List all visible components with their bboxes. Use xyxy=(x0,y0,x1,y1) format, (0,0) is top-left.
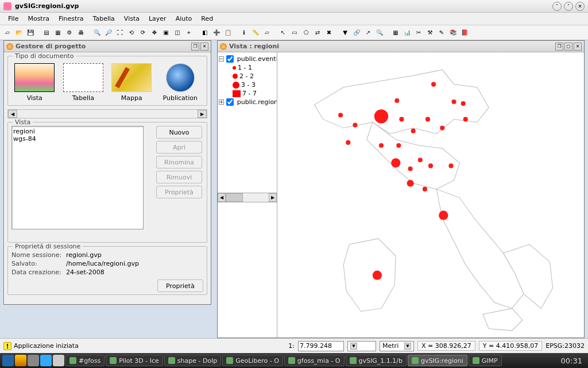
layer-props-icon[interactable]: 📋 xyxy=(223,28,233,38)
menu-mostra[interactable]: Mostra xyxy=(23,14,54,24)
raster-icon[interactable]: ▦ xyxy=(390,28,401,38)
chart-icon[interactable]: 📊 xyxy=(402,28,412,38)
localizer-icon[interactable]: ⌖ xyxy=(184,28,194,38)
taskbar-task[interactable]: #gfoss xyxy=(65,355,105,366)
scroll-thumb[interactable] xyxy=(226,193,243,202)
clear-sel-icon[interactable]: ✖ xyxy=(324,28,334,38)
view-titlebar[interactable]: Vista : regioni ❐ ◻ ✕ xyxy=(218,41,584,52)
session-proprieta-button[interactable]: Proprietà xyxy=(157,279,203,292)
settings-icon[interactable]: ✂ xyxy=(413,28,424,38)
table-icon[interactable]: ▦ xyxy=(53,28,63,38)
pan-icon[interactable]: ✥ xyxy=(149,28,160,38)
battery-icon[interactable] xyxy=(15,355,26,366)
doctype-tabella[interactable]: Tabella xyxy=(61,63,106,102)
proprieta-button[interactable]: Proprietà xyxy=(156,186,202,198)
theme-icon[interactable]: ◧ xyxy=(200,28,210,38)
open-icon[interactable]: 📂 xyxy=(14,28,24,38)
scroll-left-icon[interactable]: ◀ xyxy=(218,193,226,202)
measure-dist-icon[interactable]: 📏 xyxy=(250,28,261,38)
toc-scrollbar[interactable]: ◀ ▶ xyxy=(218,193,277,202)
kde-menu-icon[interactable] xyxy=(40,355,52,366)
expand-icon[interactable]: + xyxy=(219,99,224,105)
layer-regioni-checkbox[interactable] xyxy=(226,98,234,106)
scroll-left-icon[interactable]: ◀ xyxy=(8,110,17,118)
nuovo-button[interactable]: Nuovo xyxy=(156,126,202,139)
system-icon[interactable] xyxy=(28,355,39,366)
doctype-publication[interactable]: Publication xyxy=(158,63,203,102)
scroll-track[interactable] xyxy=(226,193,269,202)
rimuovi-button[interactable]: Rimuovi xyxy=(156,171,202,183)
hyperlink-icon[interactable]: ↗ xyxy=(363,28,373,38)
doctype-vista[interactable]: Vista xyxy=(13,63,57,102)
layer-regioni[interactable]: + public.regioni xyxy=(219,98,276,106)
select-rect-icon[interactable]: ▭ xyxy=(289,28,300,38)
view-max-button[interactable]: ❐ xyxy=(555,43,563,51)
map-canvas[interactable] xyxy=(277,52,584,338)
layer-eventi-checkbox[interactable] xyxy=(226,55,234,63)
layer-eventi[interactable]: − public.eventi xyxy=(219,55,276,63)
zoom-extent-icon[interactable]: ⛶ xyxy=(115,28,125,38)
zoom-out-icon[interactable]: 🔎 xyxy=(103,28,114,38)
link-icon[interactable]: 🔗 xyxy=(351,28,362,38)
invert-sel-icon[interactable]: ⇄ xyxy=(312,28,323,38)
menu-layer[interactable]: Layer xyxy=(144,14,171,24)
pm-close-button[interactable]: ✕ xyxy=(200,43,208,51)
list-item[interactable]: wgs-84 xyxy=(13,135,142,143)
measure-area-icon[interactable]: ▱ xyxy=(262,28,272,38)
desktop-icon[interactable] xyxy=(2,355,14,366)
pm-restore-button[interactable]: ❐ xyxy=(191,43,199,51)
units-combo[interactable]: Metri▼ xyxy=(380,341,414,351)
new-project-icon[interactable]: ▱ xyxy=(2,28,13,38)
print-icon[interactable]: 🖶 xyxy=(76,28,86,38)
taskbar-task[interactable]: shape - Dolp xyxy=(164,355,221,366)
save-icon[interactable]: 💾 xyxy=(25,28,36,38)
taskbar-task[interactable]: Pilot 3D - Ice xyxy=(106,355,163,366)
zoom-in-icon[interactable]: 🔍 xyxy=(92,28,102,38)
find-icon[interactable]: 🔍 xyxy=(374,28,385,38)
clock[interactable]: 00:31 xyxy=(561,356,586,365)
menu-finestra[interactable]: Finestra xyxy=(54,14,88,24)
geoprocess-icon[interactable]: ⚒ xyxy=(425,28,435,38)
catalog-icon[interactable]: 📚 xyxy=(448,28,458,38)
edit-icon[interactable]: ✎ xyxy=(436,28,447,38)
minimize-button[interactable]: ˅ xyxy=(552,2,562,11)
project-icon[interactable]: ▤ xyxy=(41,28,52,38)
doctype-mappa[interactable]: Mappa xyxy=(110,63,154,102)
zoom-layer-icon[interactable]: ▣ xyxy=(161,28,171,38)
taskbar-task[interactable]: gfoss_mia - O xyxy=(284,355,345,366)
apri-button[interactable]: Apri xyxy=(156,141,202,154)
filter-icon[interactable]: ▼ xyxy=(340,28,350,38)
view-restore-button[interactable]: ◻ xyxy=(564,43,572,51)
vista-listbox[interactable]: regioni wgs-84 xyxy=(11,126,144,229)
select-point-icon[interactable]: ↖ xyxy=(278,28,288,38)
menu-vista[interactable]: Vista xyxy=(119,14,144,24)
tools-icon[interactable]: ⚙ xyxy=(64,28,75,38)
window-list-icon[interactable] xyxy=(53,355,64,366)
rinomina-button[interactable]: Rinomina xyxy=(156,156,202,168)
menu-aiuto[interactable]: Aiuto xyxy=(171,14,197,24)
menu-red[interactable]: Red xyxy=(196,14,218,24)
list-item[interactable]: regioni xyxy=(13,128,142,135)
menu-tabella[interactable]: Tabella xyxy=(88,14,119,24)
info-icon[interactable]: ℹ xyxy=(239,28,249,38)
pm-titlebar[interactable]: Gestore di progetto ❐ ✕ xyxy=(4,41,211,52)
taskbar-task[interactable]: GeoLibero - O xyxy=(222,355,283,366)
taskbar-task[interactable]: gvSIG_1.1.1/b xyxy=(346,355,407,366)
close-button[interactable]: ✕ xyxy=(575,2,585,11)
view-close-button[interactable]: ✕ xyxy=(574,43,582,51)
taskbar-task[interactable]: GIMP xyxy=(469,355,502,366)
collapse-icon[interactable]: − xyxy=(219,56,224,62)
add-layer-icon[interactable]: ➕ xyxy=(211,28,222,38)
scroll-right-icon[interactable]: ▶ xyxy=(198,110,207,118)
maximize-button[interactable]: ˄ xyxy=(564,2,573,11)
select-poly-icon[interactable]: ⬠ xyxy=(301,28,311,38)
zoom-next-icon[interactable]: ⟳ xyxy=(138,28,148,38)
taskbar-task[interactable]: gvSIG:regioni xyxy=(408,355,467,366)
menu-file[interactable]: File xyxy=(3,14,23,24)
scale-input[interactable] xyxy=(298,341,344,351)
toc-tree[interactable]: − public.eventi 1 - 1 2 - 2 3 - 3 7 - 7 … xyxy=(218,52,277,193)
scale-combo-button[interactable]: ▼ xyxy=(347,341,376,351)
scroll-right-icon[interactable]: ▶ xyxy=(269,193,277,202)
overview-icon[interactable]: ◫ xyxy=(172,28,183,38)
doctype-scrollbar[interactable]: ◀ ▶ xyxy=(7,109,207,118)
